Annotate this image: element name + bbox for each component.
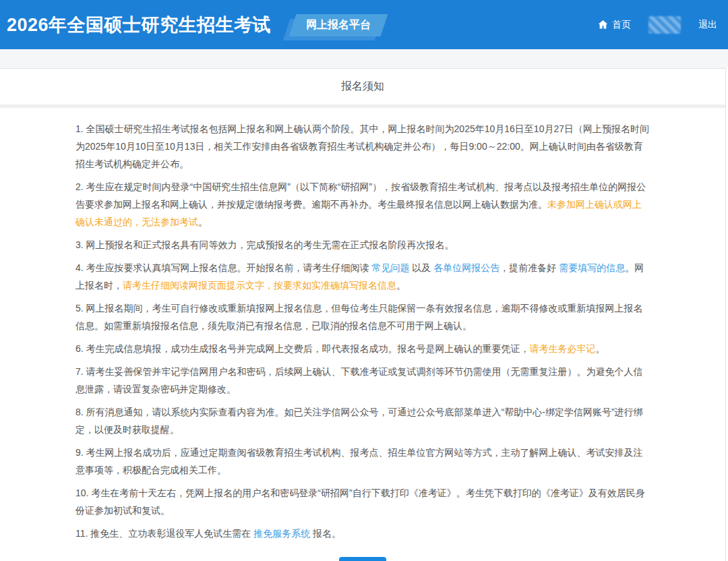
paragraph-text: 6. 考生完成信息填报，成功生成报名号并完成网上交费后，即代表报名成功。报名号是… [75,343,530,354]
paragraph-text: 1. 全国硕士研究生招生考试报名包括网上报名和网上确认两个阶段。其中，网上报名时… [75,123,649,169]
confirm-button-row: 确定 [75,548,650,561]
notice-paragraph: 8. 所有消息通知，请以系统内实际查看内容为准。如已关注学信网公众号，可通过公众… [75,403,650,438]
notice-paragraph: 2. 考生应在规定时间内登录“中国研究生招生信息网”（以下简称“研招网”），按省… [75,178,650,231]
notice-paragraphs: 1. 全国硕士研究生招生考试报名包括网上报名和网上确认两个阶段。其中，网上报名时… [75,120,650,542]
paragraph-text: 4. 考生应按要求认真填写网上报名信息。开始报名前，请考生仔细阅读 [75,262,371,273]
header: 2026年全国硕士研究生招生考试 网上报名平台 首页 退出 [0,0,728,49]
paragraph-text: 8. 所有消息通知，请以系统内实际查看内容为准。如已关注学信网公众号，可通过公众… [75,407,643,435]
notice-content: 1. 全国硕士研究生招生考试报名包括网上报名和网上确认两个阶段。其中，网上报名时… [0,108,725,561]
notice-paragraph: 3. 网上预报名和正式报名具有同等效力，完成预报名的考生无需在正式报名阶段再次报… [75,236,650,254]
inline-link[interactable]: 常见问题 [371,262,409,273]
home-link[interactable]: 首页 [598,19,631,31]
highlighted-text: 请考生仔细阅读网报页面提示文字，按要求如实准确填写报名信息 [123,280,396,291]
notice-paragraph: 4. 考生应按要求认真填写网上报名信息。开始报名前，请考生仔细阅读 常见问题 以… [75,259,650,294]
logout-link[interactable]: 退出 [698,19,717,31]
notice-paragraph: 6. 考生完成信息填报，成功生成报名号并完成网上交费后，即代表报名成功。报名号是… [75,340,650,357]
notice-paragraph: 10. 考生在考前十天左右，凭网上报名的用户名和密码登录“研招网”自行下载打印《… [75,484,650,519]
page-title-bar: 报名须知 [0,68,725,105]
paragraph-text: 5. 网上报名期间，考生可自行修改或重新填报网上报名信息，但每位考生只能保留一条… [75,303,643,331]
paragraph-text: 。 [596,343,605,354]
paragraph-text: 10. 考生在考前十天左右，凭网上报名的用户名和密码登录“研招网”自行下载打印《… [75,488,645,516]
subheader-strip [0,49,728,68]
notice-paragraph: 11. 推免生、立功表彰退役军人免试生需在 推免服务系统 报名。 [75,525,650,542]
paragraph-text: 以及 [409,262,433,273]
confirm-button[interactable]: 确定 [339,557,386,561]
paragraph-text: ，提前准备好 [499,262,559,273]
page-title: 报名须知 [341,80,384,94]
logout-label: 退出 [698,19,717,31]
home-icon [598,20,608,30]
paragraph-text: 3. 网上预报名和正式报名具有同等效力，完成预报名的考生无需在正式报名阶段再次报… [75,239,454,250]
paragraph-text: 9. 考生网上报名成功后，应通过定期查阅省级教育招生考试机构、报考点、招生单位官… [75,447,643,475]
site-title: 2026年全国硕士研究生招生考试 [7,13,271,37]
inline-link[interactable]: 各单位网报公告 [433,262,499,273]
username-redacted[interactable] [648,16,681,34]
paragraph-text: 7. 请考生妥善保管并牢记学信网用户名和密码，后续网上确认、下载准考证或复试调剂… [75,366,643,394]
top-nav: 首页 退出 [598,16,717,34]
app-root: 2026年全国硕士研究生招生考试 网上报名平台 首页 退出 报名须知 [0,0,728,561]
platform-badge-label: 网上报名平台 [306,18,371,32]
paragraph-text: 。 [198,216,208,227]
home-label: 首页 [612,19,631,31]
main-panel: 报名须知 1. 全国硕士研究生招生考试报名包括网上报名和网上确认两个阶段。其中，… [0,68,726,561]
notice-paragraph: 1. 全国硕士研究生招生考试报名包括网上报名和网上确认两个阶段。其中，网上报名时… [75,120,650,173]
inline-link[interactable]: 需要填写的信息 [559,262,625,273]
paragraph-text: 11. 推免生、立功表彰退役军人免试生需在 [75,528,253,539]
highlighted-text: 请考生务必牢记 [530,343,596,354]
notice-paragraph: 7. 请考生妥善保管并牢记学信网用户名和密码，后续网上确认、下载准考证或复试调剂… [75,363,650,398]
paragraph-text: 。 [396,280,406,291]
brand: 2026年全国硕士研究生招生考试 网上报名平台 [7,13,384,37]
platform-badge-shape: 网上报名平台 [289,14,388,36]
platform-badge: 网上报名平台 [293,14,384,36]
notice-paragraph: 5. 网上报名期间，考生可自行修改或重新填报网上报名信息，但每位考生只能保留一条… [75,299,650,334]
notice-paragraph: 9. 考生网上报名成功后，应通过定期查阅省级教育招生考试机构、报考点、招生单位官… [75,444,650,479]
paragraph-text: 报名。 [310,528,341,539]
inline-link[interactable]: 推免服务系统 [253,528,310,539]
